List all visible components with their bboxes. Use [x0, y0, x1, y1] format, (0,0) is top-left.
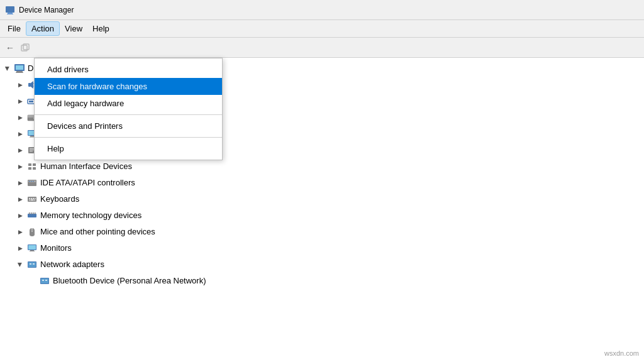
svg-rect-39 [29, 200, 30, 201]
svg-rect-7 [16, 72, 23, 73]
svg-rect-37 [33, 198, 34, 199]
svg-rect-43 [29, 212, 30, 214]
expand-arrow-firmware: ▶ [15, 145, 25, 155]
svg-rect-2 [7, 14, 13, 14]
menu-file[interactable]: File [3, 22, 26, 35]
hid-label: Human Interface Devices [40, 160, 132, 173]
expand-arrow-keyboards: ▶ [15, 194, 25, 204]
svg-rect-6 [16, 71, 23, 72]
menu-scan-hardware[interactable]: Scan for hardware changes [35, 78, 222, 95]
svg-rect-44 [31, 212, 32, 214]
expand-arrow: ▶ [3, 63, 13, 74]
tree-item-monitors[interactable]: ▶ Monitors [0, 240, 644, 256]
svg-rect-9 [28, 83, 31, 87]
keyboards-label: Keyboards [40, 192, 79, 206]
action-dropdown-menu: Add drivers Scan for hardware changes Ad… [34, 58, 223, 160]
bluetooth-icon [39, 275, 50, 287]
svg-rect-50 [28, 245, 36, 250]
svg-rect-46 [35, 212, 36, 214]
expand-arrow-display: ▶ [15, 129, 25, 139]
window-title: Device Manager [19, 6, 74, 14]
menu-add-legacy[interactable]: Add legacy hardware [35, 95, 222, 112]
svg-rect-31 [29, 181, 30, 182]
svg-rect-58 [41, 278, 48, 283]
title-bar: Device Manager [0, 0, 644, 20]
expand-arrow-ide: ▶ [15, 178, 25, 188]
tree-item-memory[interactable]: ▶ Memory technology devices [0, 207, 644, 224]
network-label: Network adapters [40, 258, 104, 272]
svg-rect-26 [33, 163, 36, 166]
svg-point-48 [31, 229, 33, 231]
menu-add-drivers[interactable]: Add drivers [35, 61, 222, 78]
tree-item-network[interactable]: ▶ Network adapters [0, 256, 644, 273]
ide-label: IDE ATA/ATAPI controllers [40, 176, 135, 190]
bluetooth-label: Bluetooth Device (Personal Area Network) [53, 274, 206, 288]
menu-action[interactable]: Action [26, 21, 60, 36]
watermark: wsxdn.com [604, 349, 639, 357]
svg-rect-38 [35, 198, 36, 199]
back-button[interactable]: ← [3, 40, 18, 55]
expand-arrow-batteries: ▶ [15, 96, 25, 106]
svg-rect-51 [30, 250, 34, 251]
hid-icon [26, 161, 38, 172]
expand-arrow-monitors: ▶ [15, 243, 25, 253]
svg-rect-1 [8, 13, 13, 14]
mouse-icon [26, 226, 38, 238]
expand-arrow-audio: ▶ [15, 80, 25, 90]
tree-item-bluetooth[interactable]: ▶ Bluetooth Device (Personal Area Networ… [0, 273, 644, 289]
tree-item-mice[interactable]: ▶ Mice and other pointing devices [0, 224, 644, 240]
expand-arrow-network: ▶ [15, 260, 25, 270]
svg-rect-8 [16, 65, 23, 70]
menu-bar: File Action View Help [0, 20, 644, 38]
svg-rect-0 [6, 6, 14, 13]
menu-view[interactable]: View [60, 22, 87, 35]
svg-rect-28 [33, 167, 36, 170]
svg-rect-34 [28, 197, 36, 202]
svg-rect-41 [35, 200, 36, 201]
expand-arrow-memory: ▶ [15, 211, 25, 221]
memory-icon [26, 210, 38, 221]
restore-button [18, 40, 33, 55]
svg-rect-35 [29, 198, 30, 199]
svg-rect-24 [30, 151, 33, 151]
tree-item-ide[interactable]: ▶ IDE ATA/ATAPI controllers [0, 175, 644, 191]
svg-rect-55 [30, 263, 31, 265]
expand-arrow-disk: ▶ [15, 112, 25, 123]
computer-icon [14, 63, 25, 74]
menu-separator-2 [35, 137, 222, 138]
expand-arrow-mice: ▶ [15, 227, 25, 237]
svg-rect-12 [29, 101, 33, 102]
svg-rect-27 [28, 167, 31, 170]
tree-item-hid[interactable]: ▶ Human Interface Devices [0, 158, 644, 175]
ide-icon [26, 177, 38, 189]
mice-label: Mice and other pointing devices [40, 225, 155, 239]
svg-rect-40 [31, 200, 34, 201]
svg-rect-59 [42, 280, 44, 281]
svg-rect-60 [45, 280, 47, 281]
monitor-icon [26, 243, 38, 254]
toolbar: ← [0, 38, 644, 58]
monitors-label: Monitors [40, 241, 72, 255]
keyboard-icon [26, 194, 38, 205]
tree-item-keyboards[interactable]: ▶ Keyboards [0, 191, 644, 207]
svg-rect-56 [33, 263, 35, 265]
svg-rect-45 [33, 212, 34, 214]
svg-rect-25 [28, 163, 31, 166]
svg-rect-32 [31, 181, 32, 182]
main-content: ▶ DESKTOP-PC ▶ Audio inpu [0, 58, 644, 362]
svg-rect-52 [30, 251, 35, 251]
menu-separator-1 [35, 114, 222, 115]
svg-rect-36 [31, 198, 32, 199]
expand-arrow-hid: ▶ [15, 162, 25, 172]
svg-rect-54 [28, 262, 36, 267]
svg-rect-33 [33, 181, 34, 182]
memory-label: Memory technology devices [40, 209, 142, 222]
network-icon [26, 259, 38, 270]
menu-help[interactable]: Help [35, 140, 222, 157]
menu-help[interactable]: Help [87, 22, 114, 35]
app-icon [5, 5, 15, 15]
menu-devices-printers[interactable]: Devices and Printers [35, 118, 222, 134]
